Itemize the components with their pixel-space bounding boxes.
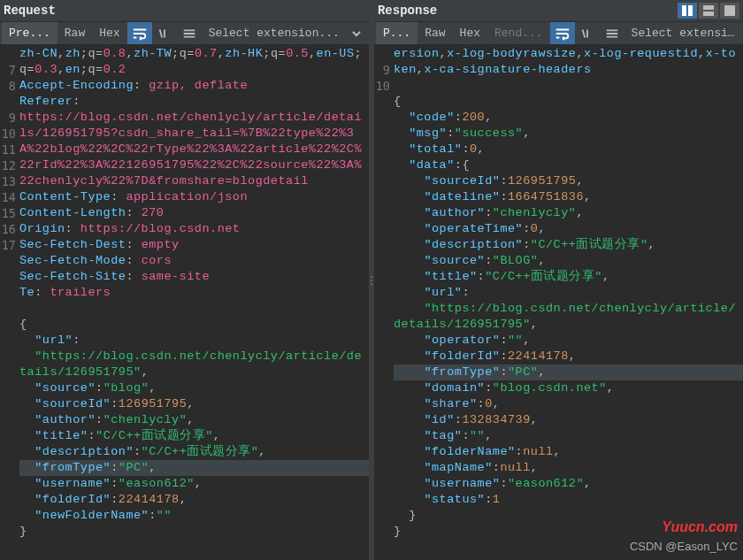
code-line[interactable]: "url": (394, 285, 743, 301)
code-line[interactable]: "fromType":"PC", (19, 460, 369, 476)
svg-rect-6 (703, 12, 714, 16)
code-line[interactable]: "url": (19, 333, 369, 349)
tab-render[interactable]: Rend... (487, 22, 550, 45)
code-line[interactable]: "id":132834739, (394, 412, 743, 428)
newline-icon[interactable] (575, 22, 600, 45)
svg-rect-3 (682, 5, 686, 16)
request-title: Request (0, 4, 61, 18)
code-line[interactable]: https://blog.csdn.net/chenlycly/article/… (19, 110, 369, 189)
code-line[interactable]: ersion,x-log-bodyrawsize,x-log-requestid… (394, 46, 743, 78)
svg-rect-7 (724, 5, 735, 16)
code-line[interactable]: } (394, 508, 743, 524)
code-line[interactable]: "status":1 (394, 492, 743, 508)
code-line[interactable]: Origin: https://blog.csdn.net (19, 221, 369, 237)
code-line[interactable]: "folderId":22414178, (19, 492, 369, 508)
wrap-icon[interactable] (550, 22, 575, 45)
tab-raw[interactable]: Raw (417, 22, 452, 45)
code-line[interactable]: "mapName":null, (394, 460, 743, 476)
menu-icon[interactable] (177, 22, 202, 45)
request-pane: Request Pre... Raw Hex Select extension.… (0, 0, 369, 560)
code-line[interactable]: "username":"eason612", (394, 476, 743, 492)
code-line[interactable]: "newFolderName":"" (19, 508, 369, 524)
code-line[interactable] (394, 78, 743, 94)
code-line[interactable]: Accept-Encoding: gzip, deflate (19, 78, 369, 94)
svg-rect-4 (688, 5, 693, 16)
code-line[interactable]: "total":0, (394, 142, 743, 157)
layout-single-icon[interactable] (720, 3, 739, 19)
code-line[interactable]: "description":"C/C++面试题分享", (394, 237, 743, 253)
code-line[interactable]: "username":"eason612", (19, 476, 369, 492)
code-line[interactable]: "folderName":null, (394, 444, 743, 460)
extension-select[interactable]: Select extension... (202, 27, 367, 40)
chevron-down-icon (351, 28, 362, 39)
code-line[interactable]: "operateTime":0, (394, 221, 743, 237)
response-title: Response (374, 4, 442, 18)
code-line[interactable]: "title":"C/C++面试题分享", (394, 269, 743, 285)
code-line[interactable]: "author":"chenlycly", (19, 412, 369, 428)
code-line[interactable]: "msg":"success", (394, 126, 743, 142)
code-line[interactable]: "data":{ (394, 157, 743, 173)
response-toolbar: P... Raw Hex Rend... Select extension... (374, 21, 743, 44)
code-line[interactable]: "dateline":1664751836, (394, 189, 743, 205)
code-line[interactable]: "folderId":22414178, (394, 349, 743, 364)
code-line[interactable]: "source":"blog", (19, 380, 369, 396)
code-line[interactable]: "share":0, (394, 396, 743, 412)
code-line[interactable]: "operator":"", (394, 333, 743, 349)
code-line[interactable]: "sourceId":126951795, (394, 173, 743, 189)
svg-point-2 (371, 283, 372, 285)
svg-point-0 (371, 276, 372, 278)
wrap-icon[interactable] (127, 22, 152, 45)
extension-label: Select extension... (209, 27, 340, 40)
code-line[interactable]: Referer: (19, 94, 369, 110)
code-line[interactable]: Sec-Fetch-Site: same-site (19, 269, 369, 285)
code-line[interactable]: } (394, 524, 743, 540)
code-line[interactable]: "https://blog.csdn.net/chenlycly/article… (394, 301, 743, 333)
tab-hex[interactable]: Hex (92, 22, 126, 45)
svg-point-1 (371, 280, 372, 281)
code-line[interactable]: "sourceId":126951795, (19, 396, 369, 412)
code-line[interactable]: Sec-Fetch-Mode: cors (19, 253, 369, 269)
layout-rows-icon[interactable] (699, 3, 718, 19)
request-editor[interactable]: 78 91011121314151617 zh-CN,zh;q=0.8,zh-T… (0, 44, 369, 560)
code-line[interactable]: "code":200, (394, 110, 743, 126)
menu-icon[interactable] (600, 22, 624, 45)
tab-pretty[interactable]: P... (376, 22, 417, 45)
tab-pretty[interactable]: Pre... (2, 22, 57, 45)
code-line[interactable]: "author":"chenlycly", (394, 205, 743, 221)
svg-rect-5 (703, 5, 714, 10)
extension-select[interactable]: Select extension... (624, 27, 741, 40)
code-line[interactable]: "description":"C/C++面试题分享", (19, 444, 369, 460)
code-line[interactable]: } (19, 524, 369, 540)
request-title-bar: Request (0, 0, 369, 21)
code-line[interactable]: { (19, 317, 369, 333)
code-line[interactable]: "domain":"blog.csdn.net", (394, 380, 743, 396)
code-line[interactable]: "source":"BLOG", (394, 253, 743, 269)
code-line[interactable]: Sec-Fetch-Dest: empty (19, 237, 369, 253)
tab-raw[interactable]: Raw (57, 22, 92, 45)
newline-icon[interactable] (152, 22, 177, 45)
tab-hex[interactable]: Hex (453, 22, 487, 45)
response-editor[interactable]: 910 ersion,x-log-bodyrawsize,x-log-reque… (374, 44, 743, 560)
code-line[interactable]: zh-CN,zh;q=0.8,zh-TW;q=0.7,zh-HK;q=0.5,e… (19, 46, 369, 78)
code-line[interactable]: Content-Type: application/json (19, 189, 369, 205)
code-line[interactable]: Te: trailers (19, 285, 369, 301)
code-line[interactable]: "title":"C/C++面试题分享", (19, 428, 369, 444)
extension-label: Select extension... (632, 27, 736, 40)
code-line[interactable]: "tag":"", (394, 428, 743, 444)
code-line[interactable]: { (394, 94, 743, 110)
response-title-bar: Response (374, 0, 743, 21)
code-line[interactable]: "https://blog.csdn.net/chenlycly/article… (19, 349, 369, 380)
request-toolbar: Pre... Raw Hex Select extension... (0, 21, 369, 44)
layout-columns-icon[interactable] (678, 3, 697, 19)
code-line[interactable] (19, 301, 369, 317)
code-line[interactable]: Content-Length: 270 (19, 205, 369, 221)
response-pane: Response P... Raw Hex Rend... (374, 0, 743, 560)
code-line[interactable]: "fromType":"PC", (394, 364, 743, 380)
